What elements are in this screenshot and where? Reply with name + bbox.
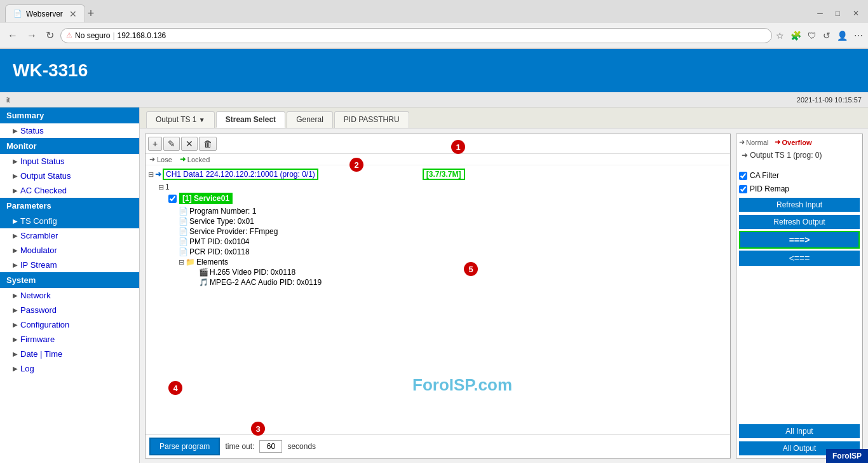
video-icon: 🎬 bbox=[199, 268, 208, 277]
restore-button[interactable]: □ bbox=[832, 8, 844, 19]
tab-close-button[interactable]: ✕ bbox=[69, 9, 77, 19]
sidebar-item-status[interactable]: ▶ Status bbox=[0, 123, 139, 138]
h265-video-item: 🎬 H.265 Video PID: 0x0118 bbox=[199, 267, 728, 277]
sidebar-label: Configuration bbox=[20, 320, 69, 329]
extensions-icon[interactable]: 🧩 bbox=[790, 31, 801, 41]
tab-general[interactable]: General bbox=[287, 111, 333, 128]
normal-label: Normal bbox=[746, 139, 768, 146]
ca-filter-checkbox[interactable] bbox=[739, 172, 747, 180]
seconds-label: seconds bbox=[287, 442, 316, 451]
sidebar-item-log[interactable]: ▶ Log bbox=[0, 361, 139, 376]
sidebar-section-monitor: Monitor bbox=[0, 138, 139, 154]
tab-stream-select[interactable]: Stream Select bbox=[216, 111, 285, 128]
sidebar-item-output-status[interactable]: ▶ Output Status bbox=[0, 169, 139, 183]
profile-icon[interactable]: 👤 bbox=[837, 31, 848, 41]
folder-icon: 📁 bbox=[186, 258, 195, 266]
refresh-output-button[interactable]: Refresh Output bbox=[739, 215, 860, 229]
arrow-icon: ▶ bbox=[13, 321, 18, 328]
arrow-icon: ➜ bbox=[180, 155, 186, 163]
tree-root-item[interactable]: ⊟ ➜ CH1 Data1 224.120.120.2:10001 (prog:… bbox=[148, 168, 728, 181]
window-controls: ─ □ ✕ bbox=[813, 8, 863, 19]
sidebar-label: Password bbox=[20, 305, 57, 315]
tab-bar: 📄 Webserver ✕ + ─ □ ✕ bbox=[0, 0, 868, 23]
sidebar-section-system: System bbox=[0, 272, 139, 288]
sidebar-item-input-status[interactable]: ▶ Input Status bbox=[0, 154, 139, 169]
shield-icon[interactable]: 🛡 bbox=[808, 31, 817, 41]
tab-output-ts1[interactable]: Output TS 1 bbox=[146, 111, 215, 128]
h265-video-text: H.265 Video PID: 0x0118 bbox=[210, 268, 295, 277]
pid-remap-label: PID Remap bbox=[750, 184, 789, 193]
sidebar-item-network[interactable]: ▶ Network bbox=[0, 288, 139, 303]
remove-button[interactable]: ✕ bbox=[181, 137, 198, 151]
bookmark-icon[interactable]: ☆ bbox=[776, 31, 784, 41]
sidebar-item-scrambler[interactable]: ▶ Scrambler bbox=[0, 228, 139, 243]
minimize-button[interactable]: ─ bbox=[813, 8, 827, 19]
locked-indicator: ➜ Locked bbox=[180, 155, 210, 163]
sidebar-item-ip-stream[interactable]: ▶ IP Stream bbox=[0, 258, 139, 272]
elements-folder[interactable]: ⊟ 📁 Elements bbox=[179, 257, 728, 267]
pid-remap-row: PID Remap bbox=[739, 183, 860, 195]
sidebar-item-configuration[interactable]: ▶ Configuration bbox=[0, 317, 139, 332]
sidebar-item-modulator[interactable]: ▶ Modulator bbox=[0, 243, 139, 258]
forolsp-badge: ForoISP bbox=[826, 449, 868, 463]
edit-button[interactable]: ✎ bbox=[163, 137, 180, 151]
doc-icon: 📄 bbox=[179, 247, 188, 256]
pid-remap-checkbox[interactable] bbox=[739, 185, 747, 193]
service-checkbox[interactable] bbox=[168, 195, 177, 203]
url-bar[interactable]: ⚠ No seguro | 192.168.0.136 bbox=[60, 28, 772, 43]
overflow-label: Overflow bbox=[782, 139, 811, 146]
left-panel: + ✎ ✕ 🗑 ➜ Lose ➜ Locked bbox=[145, 134, 731, 459]
sidebar-section-summary: Summary bbox=[0, 107, 139, 123]
delete-button[interactable]: 🗑 bbox=[199, 137, 217, 151]
browser-toolbar: ☆ 🧩 🛡 ↺ 👤 ⋯ bbox=[776, 31, 863, 41]
security-label: No seguro bbox=[75, 31, 110, 40]
arrow-icon: ▶ bbox=[13, 307, 18, 314]
tab-label: Output TS 1 bbox=[156, 115, 196, 124]
mpeg2-audio-text: MPEG-2 AAC Audio PID: 0x0119 bbox=[210, 278, 322, 287]
tab-pid-passthru[interactable]: PID PASSTHRU bbox=[334, 111, 409, 128]
arrow-icon: ▶ bbox=[13, 247, 18, 254]
forward-arrow-button[interactable]: ===> bbox=[739, 231, 860, 249]
sidebar-item-ts-config[interactable]: ▶ TS Config bbox=[0, 214, 139, 228]
tab-icon: 📄 bbox=[13, 10, 22, 18]
add-button[interactable]: + bbox=[148, 137, 162, 151]
refresh-input-button[interactable]: Refresh Input bbox=[739, 198, 860, 212]
timeout-input[interactable] bbox=[259, 440, 282, 453]
parse-program-button[interactable]: Parse program bbox=[149, 438, 220, 455]
arrow-icon: ➜ bbox=[149, 155, 155, 163]
sidebar-label: Date | Time bbox=[20, 349, 62, 359]
sidebar-label: AC Checked bbox=[20, 186, 67, 195]
elements-label: Elements bbox=[196, 258, 228, 266]
collapse-icon: ⊟ bbox=[148, 170, 154, 179]
all-input-button[interactable]: All Input bbox=[739, 424, 860, 438]
sidebar-label: Output Status bbox=[20, 171, 71, 181]
sidebar-item-date-time[interactable]: ▶ Date | Time bbox=[0, 347, 139, 361]
num-label: 1 bbox=[165, 183, 170, 191]
tab-title: Webserver bbox=[26, 10, 63, 18]
browser-tab[interactable]: 📄 Webserver ✕ bbox=[5, 4, 85, 22]
sidebar-item-password[interactable]: ▶ Password bbox=[0, 303, 139, 317]
reload-button[interactable]: ↻ bbox=[43, 28, 57, 43]
close-window-button[interactable]: ✕ bbox=[849, 8, 863, 19]
elements-children: 🎬 H.265 Video PID: 0x0118 🎵 MPEG-2 AAC A… bbox=[199, 267, 728, 287]
sidebar-label: Scrambler bbox=[20, 231, 58, 240]
menu-icon[interactable]: ⋯ bbox=[854, 31, 863, 41]
arrow-right-icon: ➜ bbox=[155, 170, 161, 179]
back-arrow-button[interactable]: <=== bbox=[739, 251, 860, 266]
sidebar-item-ac-checked[interactable]: ▶ AC Checked bbox=[0, 183, 139, 198]
arrow-icon: ▶ bbox=[13, 158, 18, 165]
service-item[interactable]: [1] Service01 bbox=[168, 192, 728, 205]
collapse-icon: ⊟ bbox=[179, 258, 184, 266]
tab-label: PID PASSTHRU bbox=[344, 115, 400, 124]
arrow-icon: ▶ bbox=[13, 232, 18, 239]
forward-button[interactable]: → bbox=[24, 29, 39, 43]
sidebar-label: Input Status bbox=[20, 156, 64, 166]
sidebar-label: TS Config bbox=[20, 216, 57, 226]
bottom-bar: Parse program time out: seconds bbox=[146, 434, 730, 458]
back-button[interactable]: ← bbox=[5, 29, 20, 43]
arrow-icon: ▶ bbox=[13, 187, 18, 194]
tab-label: General bbox=[296, 115, 323, 124]
new-tab-button[interactable]: + bbox=[88, 7, 95, 20]
sidebar-item-firmware[interactable]: ▶ Firmware bbox=[0, 332, 139, 347]
refresh-icon[interactable]: ↺ bbox=[823, 31, 831, 41]
